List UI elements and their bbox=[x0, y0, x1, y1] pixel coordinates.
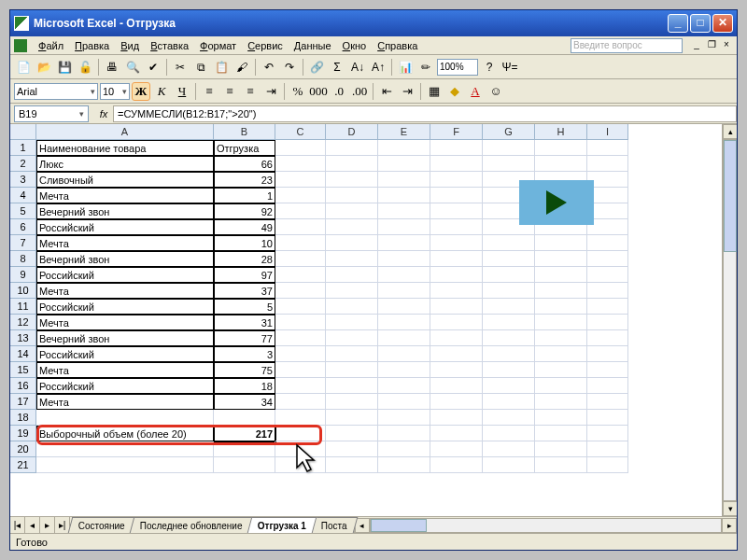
cell-E10[interactable] bbox=[378, 283, 430, 299]
sort-asc-icon[interactable]: A↓ bbox=[348, 58, 367, 77]
cell-G15[interactable] bbox=[483, 362, 535, 378]
cell-D19[interactable] bbox=[326, 426, 378, 441]
print-icon[interactable]: 🖶 bbox=[103, 58, 121, 77]
cell-C3[interactable] bbox=[275, 172, 326, 188]
row-header-19[interactable]: 19 bbox=[10, 426, 36, 441]
cell-I9[interactable] bbox=[587, 267, 628, 283]
cell-H13[interactable] bbox=[535, 330, 587, 346]
row-header-15[interactable]: 15 bbox=[10, 362, 36, 378]
menu-окно[interactable]: Окно bbox=[337, 38, 373, 53]
cell-H14[interactable] bbox=[535, 346, 587, 362]
cell-F15[interactable] bbox=[430, 362, 483, 378]
cell-C13[interactable] bbox=[275, 330, 326, 346]
cell-F18[interactable] bbox=[430, 410, 483, 426]
row-header-9[interactable]: 9 bbox=[10, 267, 36, 283]
cell-F14[interactable] bbox=[430, 346, 483, 362]
cell-D11[interactable] bbox=[326, 299, 378, 315]
decrease-decimal-button[interactable]: .00 bbox=[350, 82, 369, 101]
cell-E8[interactable] bbox=[378, 251, 430, 267]
cell-G18[interactable] bbox=[483, 410, 535, 426]
format-painter-icon[interactable]: 🖌 bbox=[233, 58, 251, 77]
minimize-button[interactable]: _ bbox=[668, 14, 688, 33]
cell-F2[interactable] bbox=[430, 156, 483, 172]
cell-G1[interactable] bbox=[483, 140, 535, 156]
spellcheck-icon[interactable]: ✔ bbox=[144, 58, 162, 77]
cell-D15[interactable] bbox=[326, 362, 378, 378]
smiley-icon[interactable]: ☺ bbox=[486, 82, 505, 101]
cell-F20[interactable] bbox=[430, 441, 483, 457]
cell-E6[interactable] bbox=[378, 219, 430, 235]
cell-H2[interactable] bbox=[535, 156, 587, 172]
cell-A10[interactable]: Мечта bbox=[36, 283, 214, 299]
cell-G7[interactable] bbox=[483, 235, 535, 251]
cell-F16[interactable] bbox=[430, 378, 483, 394]
underline-button[interactable]: Ч bbox=[173, 82, 191, 101]
cell-C17[interactable] bbox=[275, 394, 326, 410]
cell-A18[interactable] bbox=[36, 410, 214, 426]
menu-сервис[interactable]: Сервис bbox=[242, 38, 289, 53]
row-header-10[interactable]: 10 bbox=[10, 283, 36, 299]
cell-F12[interactable] bbox=[430, 315, 483, 330]
row-header-16[interactable]: 16 bbox=[10, 378, 36, 394]
cell-E7[interactable] bbox=[378, 235, 430, 251]
cell-D13[interactable] bbox=[326, 330, 378, 346]
row-header-5[interactable]: 5 bbox=[10, 203, 36, 219]
cell-G17[interactable] bbox=[483, 394, 535, 410]
cell-F8[interactable] bbox=[430, 251, 483, 267]
sheet-tab-2[interactable]: Отгрузка 1 bbox=[247, 517, 317, 533]
cell-I10[interactable] bbox=[587, 283, 628, 299]
font-combo[interactable]: Arial bbox=[14, 83, 98, 100]
cell-H12[interactable] bbox=[535, 315, 587, 330]
cell-I14[interactable] bbox=[587, 346, 628, 362]
scroll-down-button[interactable]: ▾ bbox=[723, 501, 737, 516]
cell-D2[interactable] bbox=[326, 156, 378, 172]
cell-B19[interactable]: 217 bbox=[214, 426, 275, 441]
cell-B17[interactable]: 34 bbox=[214, 394, 275, 410]
menu-правка[interactable]: Правка bbox=[69, 38, 115, 53]
menu-справка[interactable]: Справка bbox=[372, 38, 423, 53]
select-all-corner[interactable] bbox=[10, 124, 36, 140]
italic-button[interactable]: К bbox=[152, 82, 171, 101]
cell-F21[interactable] bbox=[430, 457, 483, 473]
currency-button[interactable]: % bbox=[289, 82, 307, 101]
cell-C14[interactable] bbox=[275, 346, 326, 362]
cell-G14[interactable] bbox=[483, 346, 535, 362]
autosum-icon[interactable]: Σ bbox=[328, 58, 346, 77]
cell-E11[interactable] bbox=[378, 299, 430, 315]
cell-I1[interactable] bbox=[587, 140, 628, 156]
cell-C12[interactable] bbox=[275, 315, 326, 330]
close-button[interactable]: ✕ bbox=[712, 14, 733, 33]
cell-A4[interactable]: Мечта bbox=[36, 188, 214, 203]
cell-B20[interactable] bbox=[214, 441, 275, 457]
cell-B5[interactable]: 92 bbox=[214, 203, 275, 219]
percent-button[interactable]: 000 bbox=[309, 82, 328, 101]
cell-C5[interactable] bbox=[275, 203, 326, 219]
cell-G16[interactable] bbox=[483, 378, 535, 394]
cell-D3[interactable] bbox=[326, 172, 378, 188]
undo-icon[interactable]: ↶ bbox=[260, 58, 278, 77]
row-header-6[interactable]: 6 bbox=[10, 219, 36, 235]
cell-G9[interactable] bbox=[483, 267, 535, 283]
cell-C16[interactable] bbox=[275, 378, 326, 394]
cell-A2[interactable]: Люкс bbox=[36, 156, 214, 172]
cell-E15[interactable] bbox=[378, 362, 430, 378]
row-header-17[interactable]: 17 bbox=[10, 394, 36, 410]
cut-icon[interactable]: ✂ bbox=[171, 58, 190, 77]
col-header-B[interactable]: B bbox=[214, 124, 275, 140]
menu-формат[interactable]: Формат bbox=[194, 38, 242, 53]
cell-E9[interactable] bbox=[378, 267, 430, 283]
cell-D1[interactable] bbox=[326, 140, 378, 156]
tab-next-button[interactable]: ▸ bbox=[40, 517, 55, 533]
cell-F13[interactable] bbox=[430, 330, 483, 346]
col-header-G[interactable]: G bbox=[483, 124, 535, 140]
cell-B8[interactable]: 28 bbox=[214, 251, 275, 267]
drawing-icon[interactable]: ✏ bbox=[416, 58, 435, 77]
cell-H19[interactable] bbox=[535, 426, 587, 441]
cell-E19[interactable] bbox=[378, 426, 430, 441]
cell-A8[interactable]: Вечерний звон bbox=[36, 251, 214, 267]
bold-button[interactable]: Ж bbox=[132, 82, 150, 101]
cell-I11[interactable] bbox=[587, 299, 628, 315]
cell-C7[interactable] bbox=[275, 235, 326, 251]
cell-C2[interactable] bbox=[275, 156, 326, 172]
zoom-combo[interactable]: 100% bbox=[437, 59, 478, 76]
